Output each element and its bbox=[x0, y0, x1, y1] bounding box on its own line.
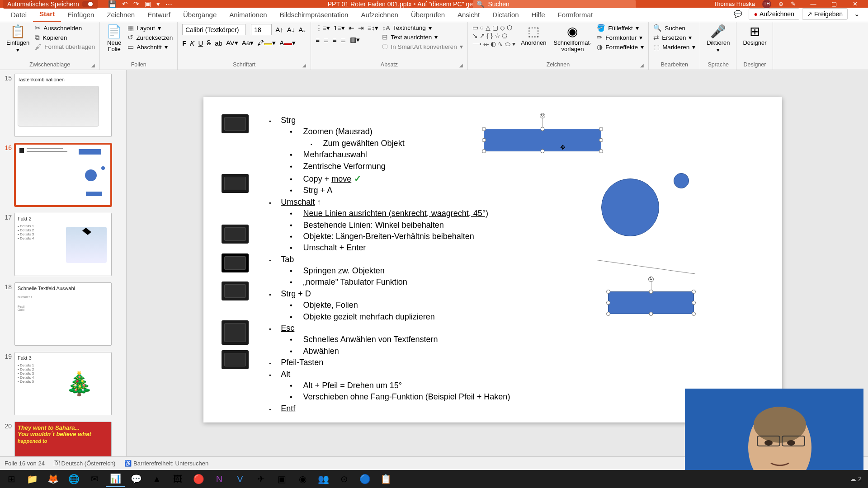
taskbar-app3-icon[interactable]: 🔴 bbox=[189, 471, 208, 487]
layout-button[interactable]: ▦Layout ▾ bbox=[127, 24, 173, 32]
toggle-switch-icon[interactable] bbox=[82, 1, 94, 7]
shadow-button[interactable]: ab bbox=[215, 39, 222, 47]
taskbar-app2-icon[interactable]: 🖼 bbox=[168, 471, 187, 487]
arrange-button[interactable]: ⬚Anordnen bbox=[519, 24, 548, 47]
replace-button[interactable]: ⇄Ersetzen ▾ bbox=[653, 33, 695, 42]
tab-bildschirm[interactable]: Bildschirmpräsentation bbox=[274, 8, 355, 22]
shape-rectangle-2[interactable] bbox=[608, 291, 694, 314]
underline-button[interactable]: U bbox=[198, 39, 203, 47]
taskbar-app7-icon[interactable]: ⊙ bbox=[335, 471, 354, 487]
thumbnail-18[interactable]: Schnelle Textfeld Auswahl Nummer 1 Festi… bbox=[14, 282, 112, 346]
taskbar-vs-icon[interactable]: V bbox=[231, 471, 250, 487]
taskbar-app8-icon[interactable]: 🔵 bbox=[355, 471, 374, 487]
tab-dictation[interactable]: Dictation bbox=[486, 8, 525, 22]
tab-uebergaenge[interactable]: Übergänge bbox=[177, 8, 223, 22]
dictate-button[interactable]: 🎤Diktieren▾ bbox=[705, 24, 731, 54]
dropdown-icon[interactable]: ▾ bbox=[156, 0, 160, 8]
format-painter-button[interactable]: 🖌Format übertragen bbox=[35, 43, 95, 51]
more-icon[interactable]: ⋯ bbox=[165, 0, 172, 8]
search-box[interactable]: 🔍 Suchen bbox=[473, 0, 636, 8]
tab-start[interactable]: Start bbox=[33, 7, 61, 22]
reset-button[interactable]: ↺Zurücksetzen bbox=[127, 33, 173, 42]
content-textbox[interactable]: StrgZoomen (Mausrad)Zum gewählten Objekt… bbox=[269, 115, 510, 415]
strike-button[interactable]: S̶ bbox=[207, 39, 211, 47]
case-button[interactable]: Aa▾ bbox=[242, 39, 254, 47]
start-button[interactable]: ⊞ bbox=[2, 471, 21, 487]
align-center-icon[interactable]: ≣ bbox=[323, 36, 329, 44]
redo-icon[interactable]: ↷ bbox=[133, 0, 139, 8]
tab-zeichnen[interactable]: Zeichnen bbox=[100, 8, 141, 22]
font-size-combo[interactable]: 18 bbox=[251, 24, 272, 35]
sync-icon[interactable]: ⊕ bbox=[778, 0, 783, 7]
line-spacing-icon[interactable]: ≡↕▾ bbox=[368, 24, 378, 32]
tab-entwurf[interactable]: Entwurf bbox=[141, 8, 177, 22]
outdent-icon[interactable]: ⇤ bbox=[349, 24, 354, 32]
comments-icon[interactable]: 💬 bbox=[730, 8, 746, 20]
taskbar-app5-icon[interactable]: ◉ bbox=[293, 471, 312, 487]
font-name-combo[interactable]: Calibri (Textkörper) bbox=[182, 24, 245, 35]
quick-styles-button[interactable]: ◉Schnellformat- vorlagen bbox=[552, 24, 594, 53]
minimize-button[interactable]: — bbox=[803, 0, 824, 8]
highlight-button[interactable]: 🖍▾ bbox=[257, 39, 276, 47]
undo-icon[interactable]: ↶ bbox=[122, 0, 128, 8]
accessibility-indicator[interactable]: ♿ Barrierefreiheit: Untersuchen bbox=[124, 460, 208, 467]
taskbar-chrome-icon[interactable]: 🌐 bbox=[64, 471, 83, 487]
clear-format-icon[interactable]: Aₓ bbox=[298, 26, 306, 34]
shapes-gallery[interactable]: ▭ ○ △ ▢ ◇ ⬡ ↘ ↗ { } ☆ ⬠ ⟶ ⬰ ◐ ∿ ⬭ ▾ bbox=[472, 24, 515, 48]
taskbar-vlc-icon[interactable]: ▲ bbox=[147, 471, 166, 487]
increase-font-icon[interactable]: A↑ bbox=[275, 26, 283, 33]
user-avatar[interactable]: TH bbox=[762, 0, 771, 9]
taskbar-explorer-icon[interactable]: 📁 bbox=[23, 471, 42, 487]
tab-ueberpruefen[interactable]: Überprüfen bbox=[405, 8, 451, 22]
thumbnail-19[interactable]: Fakt 3 • Details 1• Details 2• Details 3… bbox=[14, 352, 112, 415]
paste-button[interactable]: 📋Einfügen▾ bbox=[5, 24, 31, 54]
user-name[interactable]: Thomas Hruska bbox=[713, 0, 755, 7]
taskbar-telegram-icon[interactable]: ✈ bbox=[251, 471, 270, 487]
taskbar-outlook-icon[interactable]: ✉ bbox=[85, 471, 104, 487]
numbering-icon[interactable]: 1≡▾ bbox=[334, 24, 345, 32]
shape-rectangle-1[interactable]: ✥ bbox=[484, 129, 601, 151]
taskbar-powerpoint-icon[interactable]: 📊 bbox=[106, 471, 125, 487]
shape-line[interactable] bbox=[597, 260, 695, 274]
align-text-button[interactable]: ⊟Text ausrichten ▾ bbox=[382, 33, 462, 41]
thumbnail-panel[interactable]: 15 Tastenkombinationen 16 17 Fakt 2 • De… bbox=[0, 70, 127, 456]
tab-animationen[interactable]: Animationen bbox=[223, 8, 273, 22]
save-icon[interactable]: 💾 bbox=[108, 0, 117, 8]
cut-button[interactable]: ✂Ausschneiden bbox=[35, 24, 95, 32]
fill-button[interactable]: 🪣Fülleffekt ▾ bbox=[597, 24, 644, 32]
taskbar-firefox-icon[interactable]: 🦊 bbox=[43, 471, 62, 487]
tab-einfuegen[interactable]: Einfügen bbox=[61, 8, 100, 22]
font-color-button[interactable]: A▾ bbox=[279, 39, 296, 47]
taskbar-app9-icon[interactable]: 📋 bbox=[376, 471, 395, 487]
text-direction-button[interactable]: ↕ATextrichtung ▾ bbox=[382, 24, 462, 32]
effects-button[interactable]: ◑Formeffekte ▾ bbox=[597, 43, 644, 51]
justify-icon[interactable]: ≣ bbox=[340, 36, 346, 44]
language-indicator[interactable]: 🇩 Deutsch (Österreich) bbox=[54, 460, 116, 467]
thumbnail-16[interactable] bbox=[14, 143, 112, 206]
italic-button[interactable]: K bbox=[190, 39, 194, 47]
outline-button[interactable]: ✏Formkontur ▾ bbox=[597, 33, 644, 42]
align-right-icon[interactable]: ≡ bbox=[333, 36, 337, 44]
section-button[interactable]: ▭Abschnitt ▾ bbox=[127, 43, 173, 51]
tab-ansicht[interactable]: Ansicht bbox=[451, 8, 486, 22]
tab-datei[interactable]: Datei bbox=[5, 8, 33, 22]
find-button[interactable]: 🔍Suchen bbox=[653, 24, 695, 32]
close-button[interactable]: ✕ bbox=[844, 0, 865, 8]
copy-button[interactable]: ⧉Kopieren bbox=[35, 33, 95, 42]
tab-aufzeichnen[interactable]: Aufzeichnen bbox=[354, 8, 405, 22]
slide[interactable]: StrgZoomen (Mausrad)Zum gewählten Objekt… bbox=[203, 97, 782, 422]
smartart-button[interactable]: ⬡In SmartArt konvertieren ▾ bbox=[382, 42, 462, 51]
shape-circle-small[interactable] bbox=[674, 173, 689, 188]
designer-button[interactable]: ⊞Designer bbox=[741, 24, 768, 47]
shape-circle-large[interactable] bbox=[601, 178, 659, 236]
tray-weather[interactable]: ☁ 2 bbox=[850, 475, 862, 483]
align-left-icon[interactable]: ≡ bbox=[316, 36, 320, 44]
share-button[interactable]: ↗Freigeben bbox=[802, 8, 848, 20]
taskbar-app4-icon[interactable]: ▣ bbox=[272, 471, 291, 487]
taskbar-onenote-icon[interactable]: N bbox=[210, 471, 229, 487]
thumbnail-20[interactable]: They went to Sahara...You wouldn´t belie… bbox=[14, 422, 112, 456]
maximize-button[interactable]: ▢ bbox=[824, 0, 844, 8]
draw-icon[interactable]: ✎ bbox=[791, 0, 796, 7]
bold-button[interactable]: F bbox=[182, 39, 186, 47]
tab-hilfe[interactable]: Hilfe bbox=[525, 8, 552, 22]
